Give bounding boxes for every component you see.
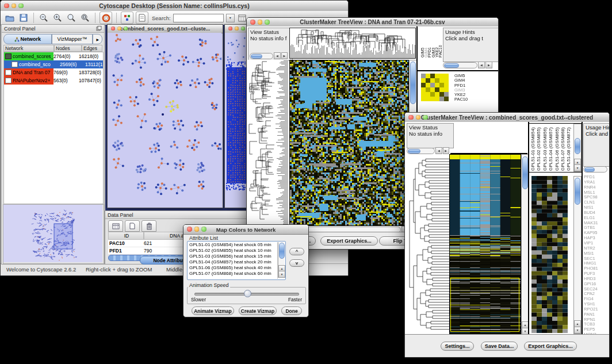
hints-scrollbar[interactable] bbox=[443, 62, 477, 68]
close-button[interactable] bbox=[408, 115, 414, 120]
network-row[interactable]: combined_sco2569(6)13112(15) bbox=[4, 60, 103, 68]
minimize-button[interactable] bbox=[258, 20, 263, 25]
zoom-fit-button[interactable] bbox=[66, 12, 77, 24]
scroll-left-button[interactable]: ◀ bbox=[435, 147, 442, 154]
float-panel-icon[interactable] bbox=[96, 26, 102, 31]
similarity-matrix-canvas[interactable] bbox=[421, 74, 449, 101]
heatmap-canvas[interactable] bbox=[449, 154, 521, 334]
vizmapper-button[interactable] bbox=[121, 12, 133, 24]
network-view-titlebar[interactable]: combined_scores_good.txt--cluste... bbox=[108, 25, 223, 33]
treeview-action-button[interactable]: Save Data... bbox=[481, 342, 518, 351]
zoom-button[interactable] bbox=[201, 227, 206, 232]
column-label[interactable]: YKE2 bbox=[435, 29, 438, 58]
overview-canvas[interactable] bbox=[3, 205, 102, 262]
attribute-item[interactable]: GPL51-01 (GSM854) heat shock 05 min bbox=[188, 242, 277, 248]
search-input[interactable] bbox=[173, 14, 224, 22]
tab-vizmapper[interactable]: VizMapper™ bbox=[52, 34, 93, 44]
col-network[interactable]: Network bbox=[3, 45, 54, 52]
column-label[interactable]: GIM3 bbox=[431, 29, 435, 58]
treeview-action-button[interactable]: Export Graphics... bbox=[320, 236, 378, 246]
col-edges[interactable]: Edges bbox=[82, 45, 102, 52]
scroll-down-button[interactable]: ▼ bbox=[574, 327, 581, 334]
column-label[interactable]: PFD1 bbox=[427, 29, 431, 58]
column-dendrogram-canvas[interactable] bbox=[289, 28, 416, 59]
close-button[interactable] bbox=[187, 227, 192, 232]
col-nodes[interactable]: Nodes bbox=[54, 45, 82, 52]
attribute-item[interactable]: GPL51-02 (GSM855) heat shock 10 min bbox=[188, 248, 277, 254]
tab-network[interactable]: Network bbox=[3, 34, 52, 44]
column-label[interactable]: GPL51-02 (GSM855) bbox=[536, 125, 542, 171]
help-button[interactable] bbox=[100, 12, 112, 24]
network-row[interactable]: combined_scores_2764(0)16218(0) bbox=[4, 52, 103, 60]
column-label[interactable]: GPL51-01 (GSM854) bbox=[530, 125, 536, 171]
status-scrollbar[interactable] bbox=[250, 53, 273, 59]
scroll-left-button[interactable]: ◀ bbox=[274, 52, 280, 59]
scroll-right-button[interactable]: ▶ bbox=[485, 62, 492, 68]
attribute-item[interactable]: GPL51-07 (GSM868) heat shock 60 min bbox=[188, 271, 277, 277]
network-row[interactable]: DNA and Tran 07769(0)183728(0) bbox=[4, 68, 103, 76]
close-button[interactable] bbox=[4, 3, 9, 9]
zoom-button[interactable] bbox=[423, 115, 428, 120]
dialog-action-button[interactable]: Create Vizmap bbox=[239, 306, 277, 315]
minimize-button[interactable] bbox=[12, 3, 17, 9]
treeview1-titlebar[interactable]: ClusterMaker TreeView : DNA and Tran 07-… bbox=[247, 18, 498, 27]
annotation-button[interactable] bbox=[136, 12, 148, 24]
new-attribute-button[interactable] bbox=[125, 220, 140, 232]
close-button[interactable] bbox=[228, 26, 232, 30]
minimize-button[interactable] bbox=[416, 115, 421, 120]
close-button[interactable] bbox=[111, 26, 115, 30]
column-label[interactable]: GPL51-03 (GSM856) bbox=[542, 125, 548, 171]
column-label[interactable]: GPL51-08 (GSM872) bbox=[566, 125, 572, 171]
minimize-button[interactable] bbox=[117, 26, 121, 30]
column-label[interactable]: GPL51-07 (GSM868) bbox=[560, 125, 566, 171]
network-overview[interactable] bbox=[3, 204, 104, 264]
scroll-down-button[interactable]: ▼ bbox=[574, 164, 581, 171]
open-session-button[interactable] bbox=[4, 12, 16, 24]
zoom-button[interactable] bbox=[18, 3, 24, 9]
dialog-action-button[interactable]: Animate Vizmap bbox=[192, 306, 234, 315]
main-titlebar[interactable]: Cytoscape Desktop (Session Name: collins… bbox=[1, 1, 348, 12]
dialog-titlebar[interactable]: Map Colors to Network bbox=[183, 225, 308, 235]
zoom-scrollbar[interactable]: ▲ ▼ bbox=[573, 176, 582, 334]
heatmap-canvas[interactable] bbox=[289, 60, 409, 226]
row-dendrogram-canvas[interactable] bbox=[407, 154, 449, 333]
network-row[interactable]: RNAPuberNov2+563(0)107847(0) bbox=[4, 76, 103, 85]
attribute-item[interactable]: GPL51-04 (GSM857) heat shock 20 min bbox=[188, 259, 277, 265]
zoom-heatmap-canvas[interactable] bbox=[531, 176, 568, 333]
treeview-action-button[interactable]: Settings... bbox=[441, 342, 474, 351]
hints-scrollbar[interactable] bbox=[583, 166, 607, 173]
column-label[interactable]: GPL51-04 (GSM857) bbox=[548, 125, 554, 171]
id-column[interactable]: ID bbox=[108, 232, 144, 240]
scroll-right-button[interactable]: ▶ bbox=[443, 147, 449, 154]
scroll-right-button[interactable]: ▶ bbox=[281, 52, 288, 59]
treeview-action-button[interactable]: Export Graphics... bbox=[524, 342, 577, 351]
zoom-button[interactable] bbox=[265, 20, 270, 25]
zoom-button[interactable] bbox=[124, 26, 128, 30]
move-up-button[interactable]: ^ bbox=[289, 248, 304, 255]
zoom-selected-button[interactable] bbox=[79, 12, 91, 24]
dialog-action-button[interactable]: Done bbox=[281, 306, 302, 315]
gene-label[interactable]: PAC10 bbox=[454, 97, 468, 102]
minimize-button[interactable] bbox=[194, 227, 200, 232]
network-canvas[interactable] bbox=[108, 33, 221, 207]
delete-attribute-button[interactable] bbox=[141, 220, 156, 232]
treeview2-titlebar[interactable]: ClusterMaker TreeView : combined_scores_… bbox=[405, 113, 609, 122]
select-attributes-button[interactable] bbox=[108, 220, 123, 232]
zoom-in-button[interactable] bbox=[52, 12, 63, 24]
attribute-item[interactable]: GPL51-03 (GSM856) heat shock 15 min bbox=[188, 254, 277, 259]
column-label[interactable]: PAC10 bbox=[438, 29, 442, 58]
move-down-button[interactable]: v bbox=[289, 259, 304, 267]
attribute-item[interactable]: GPL51-06 (GSM865) heat shock 40 min bbox=[188, 265, 277, 271]
status-scrollbar[interactable] bbox=[407, 148, 435, 154]
tab-overflow-button[interactable]: ▶ bbox=[93, 34, 102, 44]
speed-slider-thumb[interactable] bbox=[244, 290, 251, 297]
scroll-left-button[interactable]: ◀ bbox=[478, 62, 485, 68]
row-dendrogram-canvas[interactable] bbox=[248, 60, 288, 225]
zoom-out-button[interactable] bbox=[38, 12, 49, 24]
zoom-button[interactable] bbox=[241, 26, 245, 30]
column-label[interactable]: GPL51-06 (GSM865) bbox=[554, 125, 560, 171]
close-button[interactable] bbox=[250, 20, 255, 25]
minimize-button[interactable] bbox=[235, 26, 239, 30]
search-dropdown-button[interactable]: ▾ bbox=[226, 14, 235, 22]
save-session-button[interactable] bbox=[18, 12, 29, 24]
